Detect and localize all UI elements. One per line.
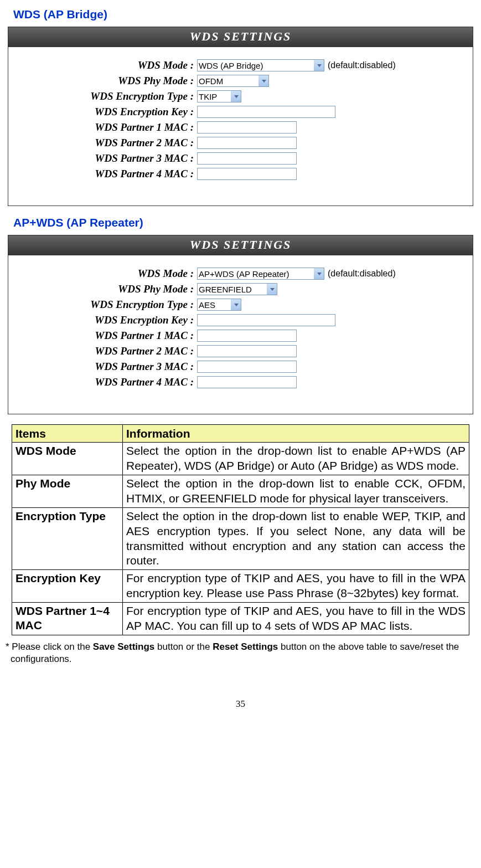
panel-body: WDS Mode : AP+WDS (AP Repeater) (default…: [8, 255, 473, 414]
save-settings-label: Save Settings: [93, 641, 155, 652]
label-wds-partner-4-mac: WDS Partner 4 MAC :: [14, 168, 197, 180]
item-desc: Select the option in the drop-down list …: [123, 443, 469, 475]
label-wds-mode: WDS Mode :: [14, 268, 197, 280]
wds-partner-2-mac-input[interactable]: [197, 137, 297, 149]
panel-body: WDS Mode : WDS (AP Bridge) (default:disa…: [8, 47, 473, 206]
table-row: Encryption Type Select the option in the…: [12, 507, 469, 570]
info-table: Items Information WDS Mode Select the op…: [12, 424, 469, 635]
wds-encryption-key-input[interactable]: [197, 314, 335, 326]
label-wds-partner-2-mac: WDS Partner 2 MAC :: [14, 345, 197, 357]
default-disabled-note: (default:disabled): [328, 269, 396, 279]
item-desc: For encryption type of TKIP and AES, you…: [123, 603, 469, 635]
label-wds-phy-mode: WDS Phy Mode :: [14, 75, 197, 87]
label-wds-partner-3-mac: WDS Partner 3 MAC :: [14, 152, 197, 165]
wds-encryption-type-select[interactable]: AES: [197, 299, 241, 311]
label-wds-mode: WDS Mode :: [14, 59, 197, 71]
wds-phy-mode-select[interactable]: OFDM: [197, 75, 269, 87]
wds-partner-3-mac-input[interactable]: [197, 361, 297, 373]
footnote: * Please click on the Save Settings butt…: [6, 641, 471, 665]
label-wds-encryption-type: WDS Encryption Type :: [14, 299, 197, 311]
panel-header: WDS SETTINGS: [8, 27, 473, 47]
table-row: WDS Mode Select the option in the drop-d…: [12, 443, 469, 475]
label-wds-partner-1-mac: WDS Partner 1 MAC :: [14, 330, 197, 342]
wds-encryption-key-input[interactable]: [197, 106, 335, 118]
default-disabled-note: (default:disabled): [328, 60, 396, 70]
wds-partner-1-mac-input[interactable]: [197, 330, 297, 342]
col-items: Items: [12, 425, 123, 443]
wds-settings-panel-2: WDS SETTINGS WDS Mode : AP+WDS (AP Repea…: [8, 235, 473, 414]
page-number: 35: [6, 698, 475, 710]
footnote-text: * Please click on the: [6, 641, 93, 652]
label-wds-encryption-key: WDS Encryption Key :: [14, 314, 197, 326]
item-name: Phy Mode: [12, 475, 123, 508]
section-title-wds-bridge: WDS (AP Bridge): [13, 8, 475, 21]
label-wds-partner-1-mac: WDS Partner 1 MAC :: [14, 121, 197, 133]
item-name: WDS Partner 1~4 MAC: [12, 603, 123, 635]
wds-partner-3-mac-input[interactable]: [197, 152, 297, 165]
item-name: WDS Mode: [12, 443, 123, 475]
item-name: Encryption Type: [12, 507, 123, 570]
table-head-row: Items Information: [12, 425, 469, 443]
wds-phy-mode-select[interactable]: GREENFIELD: [197, 283, 277, 295]
label-wds-partner-2-mac: WDS Partner 2 MAC :: [14, 137, 197, 149]
panel-header: WDS SETTINGS: [8, 235, 473, 255]
table-row: Encryption Key For encryption type of TK…: [12, 570, 469, 603]
wds-settings-panel-1: WDS SETTINGS WDS Mode : WDS (AP Bridge) …: [8, 27, 473, 206]
label-wds-partner-3-mac: WDS Partner 3 MAC :: [14, 361, 197, 373]
label-wds-phy-mode: WDS Phy Mode :: [14, 283, 197, 295]
wds-partner-4-mac-input[interactable]: [197, 168, 297, 180]
table-row: Phy Mode Select the option in the drop-d…: [12, 475, 469, 508]
footnote-text: button or the: [154, 641, 213, 652]
item-desc: Select the option in the drop-down list …: [123, 475, 469, 508]
label-wds-partner-4-mac: WDS Partner 4 MAC :: [14, 376, 197, 388]
item-name: Encryption Key: [12, 570, 123, 603]
label-wds-encryption-type: WDS Encryption Type :: [14, 90, 197, 102]
wds-mode-select[interactable]: WDS (AP Bridge): [197, 59, 324, 71]
section-title-ap-wds-repeater: AP+WDS (AP Repeater): [13, 216, 475, 229]
label-wds-encryption-key: WDS Encryption Key :: [14, 106, 197, 118]
wds-partner-2-mac-input[interactable]: [197, 345, 297, 357]
item-desc: For encryption type of TKIP and AES, you…: [123, 570, 469, 603]
reset-settings-label: Reset Settings: [213, 641, 278, 652]
table-row: WDS Partner 1~4 MAC For encryption type …: [12, 603, 469, 635]
item-desc: Select the option in the drop-down list …: [123, 507, 469, 570]
col-information: Information: [123, 425, 469, 443]
wds-partner-1-mac-input[interactable]: [197, 121, 297, 133]
wds-partner-4-mac-input[interactable]: [197, 376, 297, 388]
wds-mode-select[interactable]: AP+WDS (AP Repeater): [197, 268, 324, 280]
wds-encryption-type-select[interactable]: TKIP: [197, 90, 241, 102]
